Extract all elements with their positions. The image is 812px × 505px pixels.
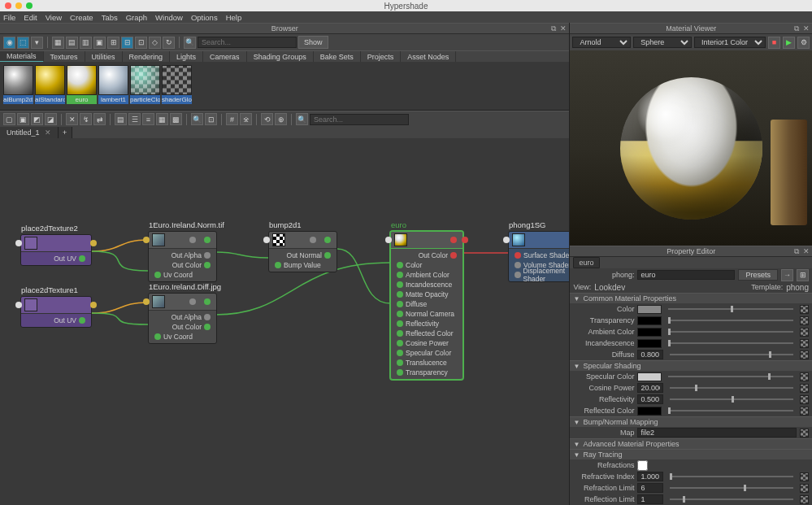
breadcrumb[interactable]: euro <box>573 257 599 268</box>
diffuse-slider[interactable] <box>670 354 793 355</box>
presets-button[interactable]: Presets <box>738 269 778 281</box>
ri-slider[interactable] <box>670 476 793 477</box>
node-bump2d1[interactable]: bump2d1 Out Normal Bump Value <box>268 231 337 272</box>
transparency-slider[interactable] <box>668 320 793 321</box>
gtool-fit[interactable]: ⊡ <box>205 113 217 125</box>
node-file-diff[interactable]: 1Euro.Ireland.Diff.jpg Out Alpha Out Col… <box>148 293 217 344</box>
tool-btn-c[interactable]: ▥ <box>80 37 92 49</box>
refr-limit-slider[interactable] <box>670 487 793 489</box>
tool-btn-g[interactable]: ⊡ <box>135 37 147 49</box>
tool-btn-d[interactable]: ▣ <box>93 37 106 49</box>
gtool-snap[interactable]: ※ <box>240 113 252 125</box>
tab-projects[interactable]: Projects <box>361 51 402 63</box>
menu-options[interactable]: Options <box>191 13 218 22</box>
map-button[interactable] <box>800 372 809 381</box>
close-icon[interactable]: ✕ <box>802 24 810 33</box>
section-specular-header[interactable]: ▼Specular Shading <box>570 360 812 371</box>
map-button[interactable] <box>800 339 809 348</box>
gtool-9[interactable]: ☰ <box>128 113 141 125</box>
map-button[interactable] <box>800 316 809 325</box>
bin-euro[interactable]: euro <box>67 65 97 104</box>
menu-file[interactable]: File <box>3 13 15 22</box>
input-icon[interactable]: ⊞ <box>797 269 809 281</box>
transparency-swatch[interactable] <box>637 316 662 325</box>
bin-lambert1[interactable]: lambert1 <box>98 65 128 104</box>
menu-graph[interactable]: Graph <box>126 13 147 22</box>
node-place2dtexture2[interactable]: place2dTexture2 Out UV <box>20 234 92 266</box>
refl-limit-slider[interactable] <box>670 498 793 500</box>
gtool-11[interactable]: ▦ <box>156 113 168 125</box>
gtool-12[interactable]: ▩ <box>170 113 182 125</box>
map-field[interactable] <box>637 428 797 438</box>
tab-utilities[interactable]: Utilities <box>85 51 123 63</box>
tab-lights[interactable]: Lights <box>170 51 203 63</box>
tool-btn-f[interactable]: ⊟ <box>121 37 133 49</box>
tool-btn-e[interactable]: ⊞ <box>107 37 119 49</box>
play-icon[interactable]: ▶ <box>783 37 795 49</box>
tool-btn-b[interactable]: ▤ <box>66 37 78 49</box>
gear-icon[interactable]: ⚙ <box>797 37 810 49</box>
bin-aibump2d1[interactable]: aiBump2d1 <box>3 65 33 104</box>
gtool-5[interactable]: ✕ <box>66 113 78 125</box>
map-button[interactable] <box>800 350 809 359</box>
section-bump-header[interactable]: ▼Bump/Normal Mapping <box>570 416 812 427</box>
tool-btn-i[interactable]: ↻ <box>163 37 175 49</box>
close-icon[interactable]: ✕ <box>559 24 567 33</box>
tab-asset-nodes[interactable]: Asset Nodes <box>401 51 456 63</box>
gtool-grid[interactable]: # <box>226 113 238 125</box>
color-swatch[interactable] <box>637 305 662 314</box>
gtool-2[interactable]: ▣ <box>17 113 29 125</box>
refractions-checkbox[interactable] <box>637 460 648 471</box>
tab-cameras[interactable]: Cameras <box>203 51 247 63</box>
tool-btn-select[interactable]: ⬚ <box>17 37 29 49</box>
node-file-norm[interactable]: 1Euro.Ireland.Norm.tif Out Alpha Out Col… <box>148 231 217 282</box>
material-name-field[interactable] <box>637 270 735 280</box>
tab-shading-groups[interactable]: Shading Groups <box>247 51 314 63</box>
graph-tab-untitled[interactable]: Untitled_1✕ <box>0 127 59 138</box>
menu-help[interactable]: Help <box>226 13 242 22</box>
map-button[interactable] <box>800 395 809 404</box>
map-button[interactable] <box>800 384 809 393</box>
gtool-y[interactable]: ⊕ <box>275 113 287 125</box>
reflect-slider[interactable] <box>670 398 793 400</box>
bin-shaderglow1[interactable]: shaderGlow1 <box>162 65 192 104</box>
tool-btn-a[interactable]: ▦ <box>52 37 64 49</box>
undock-icon[interactable]: ⧉ <box>549 24 558 33</box>
geometry-select[interactable]: Sphere <box>633 37 692 48</box>
show-button[interactable]: Show <box>298 36 328 49</box>
map-button[interactable] <box>800 407 809 416</box>
map-button[interactable] <box>800 495 809 504</box>
traffic-lights[interactable] <box>5 2 33 9</box>
menu-create[interactable]: Create <box>70 13 93 22</box>
gtool-10[interactable]: ≡ <box>142 113 154 125</box>
node-euro[interactable]: euro Out Color Color Ambient Color Incan… <box>390 231 463 380</box>
node-place2dtexture1[interactable]: place2dTexture1 Out UV <box>20 296 92 328</box>
section-common-header[interactable]: ▼Common Material Properties <box>570 293 812 303</box>
gtool-1[interactable]: ▢ <box>3 113 15 125</box>
gtool-8[interactable]: ▤ <box>115 113 127 125</box>
tool-btn-world[interactable]: ◉ <box>3 37 15 49</box>
environment-select[interactable]: Interior1 Color <box>694 37 766 48</box>
tool-btn-h[interactable]: ◇ <box>149 37 161 49</box>
refl-color-slider[interactable] <box>668 410 793 411</box>
menu-window[interactable]: Window <box>155 13 183 22</box>
map-button[interactable] <box>800 305 809 314</box>
renderer-select[interactable]: Arnold <box>572 37 631 48</box>
map-button[interactable] <box>800 484 809 493</box>
gtool-3[interactable]: ◩ <box>31 113 43 125</box>
cosine-slider[interactable] <box>670 387 793 389</box>
refl-color-swatch[interactable] <box>637 407 662 416</box>
map-button[interactable] <box>800 429 809 438</box>
gtool-4[interactable]: ◪ <box>45 113 57 125</box>
map-button[interactable] <box>800 472 809 481</box>
tab-materials[interactable]: Materials <box>0 51 44 63</box>
incand-slider[interactable] <box>668 342 793 344</box>
incand-swatch[interactable] <box>637 339 662 348</box>
close-icon[interactable]: ✕ <box>802 247 810 255</box>
undock-icon[interactable]: ⧉ <box>792 24 801 33</box>
reflect-field[interactable] <box>637 394 663 404</box>
tab-rendering[interactable]: Rendering <box>123 51 171 63</box>
go-icon[interactable]: → <box>781 269 793 281</box>
close-icon[interactable]: ✕ <box>45 128 51 137</box>
ambient-swatch[interactable] <box>637 328 662 337</box>
